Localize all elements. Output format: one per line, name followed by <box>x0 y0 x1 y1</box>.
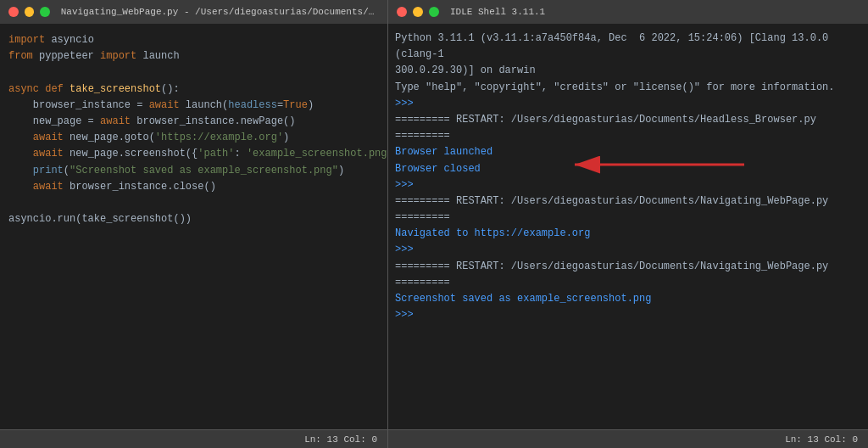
code-line-2: from pyppeteer import launch <box>8 48 379 64</box>
right-status-bar: Ln: 13 Col: 0 <box>388 429 868 448</box>
code-line-11 <box>8 195 379 211</box>
left-window-title: Navigating_WebPage.py - /Users/diegoastu… <box>61 7 379 17</box>
left-title-bar: Navigating_WebPage.py - /Users/diegoastu… <box>0 0 387 24</box>
code-line-12: asyncio.run(take_screenshot()) <box>8 211 379 227</box>
code-line-8: await new_page.screenshot({'path': 'exam… <box>8 146 379 162</box>
maximize-button[interactable] <box>40 7 50 17</box>
shell-restart-2: ========= RESTART: /Users/diegoasturias/… <box>395 193 861 226</box>
code-editor[interactable]: import asyncio from pyppeteer import lau… <box>0 24 387 429</box>
left-editor-panel: Navigating_WebPage.py - /Users/diegoastu… <box>0 0 388 448</box>
red-arrow <box>558 149 744 180</box>
shell-python-version: Python 3.11.1 (v3.11.1:a7a450f84a, Dec 6… <box>395 31 861 63</box>
code-line-4: async def take_screenshot(): <box>8 81 379 98</box>
shell-prompt-3: >>> <box>395 242 861 258</box>
code-line-7: await new_page.goto('https://example.org… <box>8 130 379 146</box>
right-maximize-button[interactable] <box>429 7 439 17</box>
right-cursor-position: Ln: 13 Col: 0 <box>785 434 858 445</box>
right-close-button[interactable] <box>397 7 407 17</box>
shell-restart-1: ========= RESTART: /Users/diegoasturias/… <box>395 112 861 144</box>
code-line-5: browser_instance = await launch(headless… <box>8 98 379 114</box>
code-line-10: await browser_instance.close() <box>8 179 379 195</box>
shell-help-text: Type "help", "copyright", "credits" or "… <box>395 80 861 96</box>
right-title-bar: IDLE Shell 3.11.1 <box>388 0 868 24</box>
shell-prompt-4: >>> <box>395 307 861 323</box>
shell-prompt-1: >>> <box>395 96 861 112</box>
right-shell-panel: IDLE Shell 3.11.1 Python 3.11.1 (v3.11.1… <box>388 0 868 448</box>
shell-screenshot-saved: Screenshot saved as example_screenshot.p… <box>395 291 861 307</box>
right-minimize-button[interactable] <box>413 7 423 17</box>
shell-restart-3: ========= RESTART: /Users/diegoasturias/… <box>395 259 861 291</box>
code-line-9: print("Screenshot saved as example_scree… <box>8 163 379 179</box>
shell-clang-version: 300.0.29.30)] on darwin <box>395 63 861 79</box>
code-line-3 <box>8 64 379 81</box>
right-window-title: IDLE Shell 3.11.1 <box>450 7 545 17</box>
shell-navigated: Navigated to https://example.org <box>395 226 861 242</box>
code-line-1: import asyncio <box>8 32 379 48</box>
code-line-6: new_page = await browser_instance.newPag… <box>8 114 379 130</box>
left-status-bar: Ln: 13 Col: 0 <box>0 429 387 448</box>
minimize-button[interactable] <box>25 7 35 17</box>
left-cursor-position: Ln: 13 Col: 0 <box>304 434 377 445</box>
shell-output[interactable]: Python 3.11.1 (v3.11.1:a7a450f84a, Dec 6… <box>388 24 868 429</box>
close-button[interactable] <box>8 7 19 17</box>
